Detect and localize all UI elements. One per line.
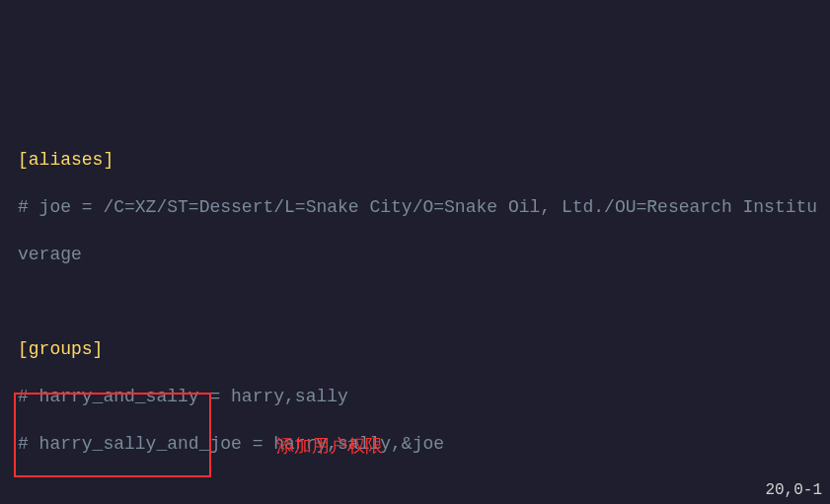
section-header: [groups] <box>18 339 103 359</box>
comment-text: verage <box>18 245 82 264</box>
editor-line[interactable] <box>18 479 830 503</box>
editor-line[interactable] <box>18 101 830 124</box>
editor-line[interactable]: [groups] <box>18 337 830 361</box>
editor-line[interactable]: # harry_sally_and_joe = harry,sally,&joe <box>18 432 830 456</box>
comment-text: # joe = /C=XZ/ST=Dessert/L=Snake City/O=… <box>18 197 817 217</box>
section-header: [aliases] <box>18 150 113 170</box>
editor-line[interactable]: # joe = /C=XZ/ST=Dessert/L=Snake City/O=… <box>18 195 830 219</box>
comment-text: # harry_and_sally = harry,sally <box>18 387 348 406</box>
annotation-label: 添加用户权限 <box>276 434 383 458</box>
editor-line[interactable]: # harry_and_sally = harry,sally <box>18 385 830 408</box>
editor-line[interactable] <box>18 290 830 314</box>
editor-line[interactable]: verage <box>18 243 830 266</box>
status-position: 20,0-1 <box>765 478 822 502</box>
editor-line[interactable]: [aliases] <box>18 148 830 172</box>
